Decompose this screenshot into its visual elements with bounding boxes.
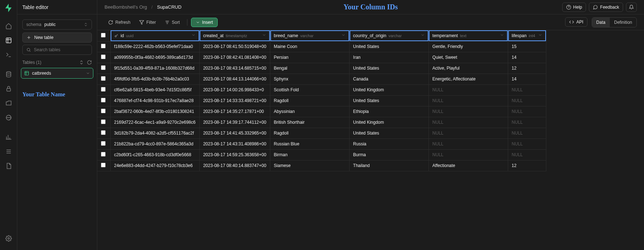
cell-created_at[interactable]: 2023-08-17 14:43:31.408986+00 <box>199 139 270 149</box>
row-select[interactable] <box>97 149 110 160</box>
cell-id[interactable]: c2bd60f1-c265-4663-918b-cd3df0e5668 <box>110 149 199 160</box>
row-select[interactable] <box>97 84 110 95</box>
row-checkbox[interactable] <box>101 109 106 113</box>
cell-temperament[interactable]: NULL <box>428 128 508 139</box>
cell-id[interactable]: f188c59e-2222-462b-b563-05efef71daa0 <box>110 41 199 52</box>
cell-country_of_origin[interactable]: United Kingdom <box>349 117 428 128</box>
cell-created_at[interactable]: 2023-08-17 14:35:27.17871+00 <box>199 106 270 117</box>
row-checkbox[interactable] <box>101 152 106 157</box>
edge-functions-icon[interactable] <box>5 114 12 121</box>
column-menu-chevron-icon[interactable] <box>500 33 504 38</box>
column-menu-chevron-icon[interactable] <box>262 33 266 38</box>
table-row[interactable]: 476887ef-cf74-4c98-931b-917ec7a8ae282023… <box>97 95 546 106</box>
cell-temperament[interactable]: Affectionate <box>428 160 508 171</box>
cell-id[interactable]: 3d182b79-2da4-4082-a2d5-cf551176ac2f <box>110 128 199 139</box>
cell-id[interactable]: 2169d722-6cac-4ec1-a9a9-9270c2e698c6 <box>110 117 199 128</box>
cell-id[interactable]: 4f9fdf0d-3fb5-4d3b-8c0b-76b4b2a0c03 <box>110 74 199 84</box>
row-select[interactable] <box>97 160 110 171</box>
refresh-icon[interactable] <box>87 60 92 65</box>
column-menu-chevron-icon[interactable] <box>538 33 542 38</box>
home-icon[interactable] <box>5 22 12 30</box>
row-checkbox[interactable] <box>101 163 106 167</box>
cell-lifespan[interactable]: NULL <box>508 106 546 117</box>
cell-country_of_origin[interactable]: United Kingdom <box>349 84 428 95</box>
cell-id[interactable]: 24e6e883-d4dd-4247-b279-f10c78cb3e6 <box>110 160 199 171</box>
seg-definition[interactable]: Definition <box>610 18 636 27</box>
cell-lifespan[interactable]: NULL <box>508 117 546 128</box>
cell-country_of_origin[interactable]: Burma <box>349 149 428 160</box>
cell-lifespan[interactable]: NULL <box>508 139 546 149</box>
cell-lifespan[interactable]: NULL <box>508 149 546 160</box>
cell-country_of_origin[interactable]: Ethiopia <box>349 106 428 117</box>
row-checkbox[interactable] <box>101 44 106 48</box>
schema-selector[interactable]: schema public <box>22 19 92 30</box>
row-select[interactable] <box>97 52 110 63</box>
cell-breed_name[interactable]: Scottish Fold <box>270 84 349 95</box>
row-select[interactable] <box>97 41 110 52</box>
cell-created_at[interactable]: 2023-08-17 14:59:25.363658+00 <box>199 149 270 160</box>
breadcrumb-org[interactable]: BeeBombshell's Org <box>105 4 147 10</box>
supabase-logo-icon[interactable] <box>4 3 14 13</box>
cell-breed_name[interactable]: Ragdoll <box>270 128 349 139</box>
column-menu-chevron-icon[interactable] <box>191 33 196 38</box>
cell-breed_name[interactable]: Sphynx <box>270 74 349 84</box>
cell-breed_name[interactable]: Bengal <box>270 63 349 74</box>
row-select[interactable] <box>97 106 110 117</box>
cell-created_at[interactable]: 2023-08-17 08:44:13.144066+00 <box>199 74 270 84</box>
cell-lifespan[interactable]: 14 <box>508 52 546 63</box>
cell-created_at[interactable]: 2023-08-17 08:43:14.685715+00 <box>199 63 270 74</box>
cell-temperament[interactable]: NULL <box>428 84 508 95</box>
insert-button[interactable]: Insert <box>191 18 218 27</box>
cell-temperament[interactable]: NULL <box>428 139 508 149</box>
cell-country_of_origin[interactable]: United States <box>349 95 428 106</box>
help-button[interactable]: Help <box>562 3 586 12</box>
cell-lifespan[interactable]: NULL <box>508 128 546 139</box>
search-tables-input[interactable] <box>34 47 88 52</box>
column-header-breed_name[interactable]: breed_namevarchar <box>270 30 349 41</box>
cell-breed_name[interactable]: Ragdoll <box>270 95 349 106</box>
cell-breed_name[interactable]: Birman <box>270 149 349 160</box>
cell-created_at[interactable]: 2023-08-17 14:41:45.332965+00 <box>199 128 270 139</box>
sort-button[interactable]: Sort <box>161 18 183 27</box>
cell-lifespan[interactable]: 14 <box>508 74 546 84</box>
cell-lifespan[interactable]: 15 <box>508 41 546 52</box>
row-select[interactable] <box>97 117 110 128</box>
row-checkbox[interactable] <box>101 87 106 92</box>
cell-temperament[interactable]: NULL <box>428 149 508 160</box>
cell-lifespan[interactable]: 12 <box>508 63 546 74</box>
table-row[interactable]: 21b822ba-cd79-4cc0-897e-5864c365a3d2023-… <box>97 139 546 149</box>
cell-country_of_origin[interactable]: Iran <box>349 52 428 63</box>
column-header-lifespan[interactable]: lifespanint4 <box>508 30 546 41</box>
table-row[interactable]: 2169d722-6cac-4ec1-a9a9-9270c2e698c62023… <box>97 117 546 128</box>
reports-icon[interactable] <box>5 133 12 141</box>
table-row[interactable]: 4f9fdf0d-3fb5-4d3b-8c0b-76b4b2a0c032023-… <box>97 74 546 84</box>
refresh-button[interactable]: Refresh <box>105 18 134 27</box>
cell-created_at[interactable]: 2023-08-17 08:42:41.081408+00 <box>199 52 270 63</box>
cell-id[interactable]: 476887ef-cf74-4c98-931b-917ec7a8ae28 <box>110 95 199 106</box>
chevron-down-icon[interactable] <box>86 71 90 75</box>
table-row[interactable]: f188c59e-2222-462b-b563-05efef71daa02023… <box>97 41 546 52</box>
row-select[interactable] <box>97 63 110 74</box>
database-icon[interactable] <box>5 71 12 78</box>
feedback-button[interactable]: Feedback <box>589 3 623 12</box>
column-menu-chevron-icon[interactable] <box>341 33 346 38</box>
cell-temperament[interactable]: Quiet, Sweet <box>428 52 508 63</box>
row-checkbox[interactable] <box>101 141 106 146</box>
row-select[interactable] <box>97 128 110 139</box>
cell-temperament[interactable]: NULL <box>428 106 508 117</box>
row-checkbox[interactable] <box>101 76 106 81</box>
cell-country_of_origin[interactable]: Thailand <box>349 160 428 171</box>
table-editor-icon[interactable] <box>5 37 12 44</box>
auth-icon[interactable] <box>5 85 12 92</box>
sql-editor-icon[interactable] <box>5 51 12 58</box>
cell-created_at[interactable]: 2023-08-17 14:39:17.744112+00 <box>199 117 270 128</box>
breadcrumb-project[interactable]: SupaCRUD <box>157 4 182 10</box>
table-row[interactable]: 24e6e883-d4dd-4247-b279-f10c78cb3e62023-… <box>97 160 546 171</box>
cell-country_of_origin[interactable]: United States <box>349 41 428 52</box>
logs-icon[interactable] <box>5 148 12 155</box>
table-row[interactable]: cf6e62a8-5815-4beb-93e4-7d15f2c86f5f2023… <box>97 84 546 95</box>
table-row[interactable]: c2bd60f1-c265-4663-918b-cd3df0e56682023-… <box>97 149 546 160</box>
cell-country_of_origin[interactable]: United States <box>349 63 428 74</box>
cell-created_at[interactable]: 2023-08-17 08:41:50.519048+00 <box>199 41 270 52</box>
row-checkbox[interactable] <box>101 130 106 135</box>
